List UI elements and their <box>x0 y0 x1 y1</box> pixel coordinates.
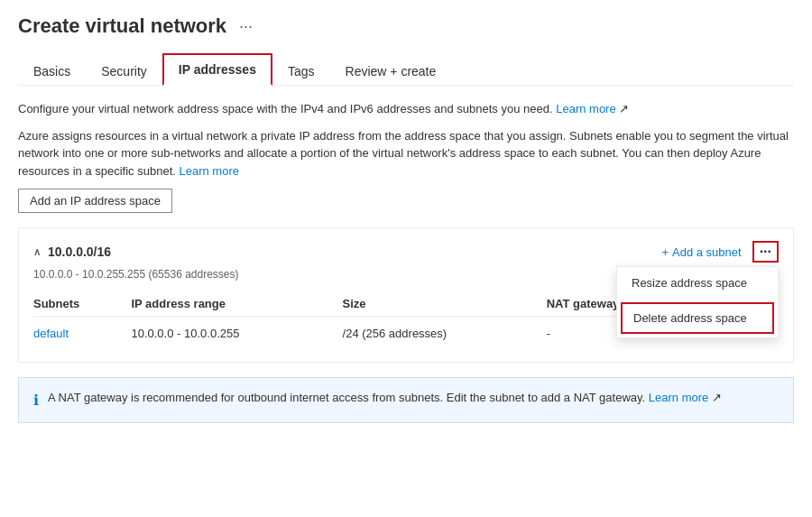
subnet-ip-range: 10.0.0.0 - 10.0.0.255 <box>131 317 342 350</box>
address-space-actions: + Add a subnet ··· Resize address space … <box>661 241 779 263</box>
external-link-icon: ↗ <box>712 391 722 404</box>
info-learn-more-link[interactable]: Learn more <box>649 391 708 404</box>
more-options-button[interactable]: ··· <box>752 241 779 263</box>
learn-more-link-2[interactable]: Learn more <box>180 164 239 178</box>
add-subnet-label: Add a subnet <box>672 245 742 259</box>
tab-bar: Basics Security IP addresses Tags Review… <box>18 52 794 86</box>
description2: Azure assigns resources in a virtual net… <box>18 127 794 180</box>
title-menu-button[interactable]: ··· <box>235 18 256 34</box>
tab-security[interactable]: Security <box>86 56 162 86</box>
dropdown-menu: Resize address space Delete address spac… <box>616 266 779 338</box>
description1: Configure your virtual network address s… <box>18 100 794 118</box>
col-size: Size <box>343 291 547 317</box>
tab-ip-addresses[interactable]: IP addresses <box>162 53 272 86</box>
col-ip-range: IP address range <box>131 291 342 317</box>
address-space-cidr: 10.0.0.0/16 <box>48 245 111 259</box>
add-subnet-button[interactable]: + Add a subnet <box>661 245 741 259</box>
page-title: Create virtual network <box>18 14 226 38</box>
plus-icon: + <box>661 245 669 259</box>
info-box: ℹ A NAT gateway is recommended for outbo… <box>18 377 794 423</box>
tab-tags[interactable]: Tags <box>272 56 330 86</box>
address-space-header: ∧ 10.0.0.0/16 + Add a subnet ··· Resize … <box>33 241 779 263</box>
chevron-up-icon: ∧ <box>33 246 41 258</box>
info-text: A NAT gateway is recommended for outboun… <box>48 389 722 407</box>
resize-address-space-item[interactable]: Resize address space <box>617 267 778 299</box>
subnet-name-link[interactable]: default <box>33 327 69 340</box>
address-space-title: ∧ 10.0.0.0/16 <box>33 245 111 259</box>
learn-more-link-1[interactable]: Learn more <box>556 102 615 115</box>
address-space-block: ∧ 10.0.0.0/16 + Add a subnet ··· Resize … <box>18 227 794 363</box>
tab-basics[interactable]: Basics <box>18 56 86 86</box>
add-ip-address-space-button[interactable]: Add an IP address space <box>18 189 172 213</box>
delete-address-space-item[interactable]: Delete address space <box>621 302 774 334</box>
tab-review-create[interactable]: Review + create <box>330 56 452 86</box>
subnet-size: /24 (256 addresses) <box>343 317 547 350</box>
info-icon: ℹ <box>33 390 39 411</box>
col-subnets: Subnets <box>33 291 131 317</box>
